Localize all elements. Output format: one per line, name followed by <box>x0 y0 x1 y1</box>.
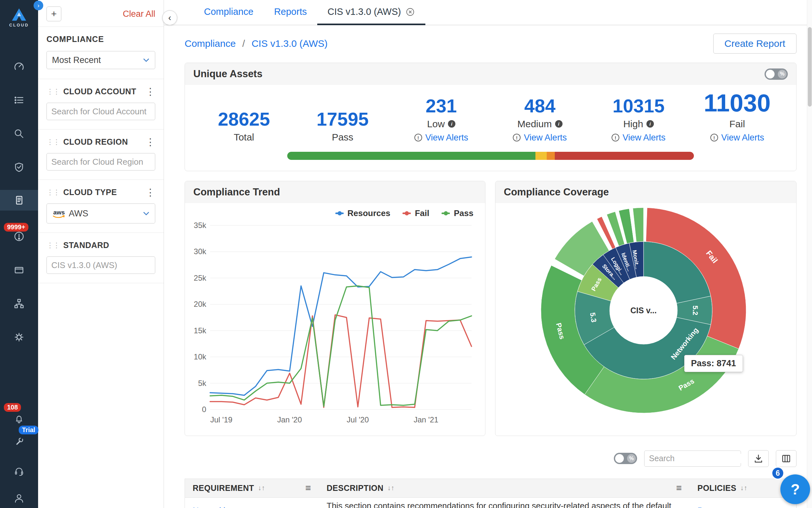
svg-text:5.2: 5.2 <box>691 305 699 315</box>
bell-icon <box>13 413 25 424</box>
stat-medium: 484Mediumi!View Alerts <box>490 90 589 143</box>
drag-handle-icon[interactable]: ⋮⋮ <box>46 188 59 197</box>
breadcrumb-compliance-link[interactable]: Compliance <box>185 38 236 49</box>
cloud-type-value: AWS <box>69 209 88 219</box>
sidebar-item-policies[interactable] <box>0 162 38 173</box>
toggle-knob <box>766 70 774 79</box>
tab-bar: Compliance Reports CIS v1.3.0 (AWS) <box>164 0 807 25</box>
table-search-input[interactable] <box>649 454 753 463</box>
bar-segment-fail <box>555 152 694 160</box>
sort-select-value: Most Recent <box>52 55 101 65</box>
stat-value: 17595 <box>317 110 369 129</box>
sidebar-item-network[interactable] <box>0 298 38 309</box>
bar-segment-low <box>535 152 547 160</box>
kebab-menu-icon[interactable]: ⋮ <box>146 189 155 196</box>
cloud-account-search-input[interactable] <box>51 107 159 117</box>
sidebar-item-compute[interactable] <box>0 264 38 276</box>
svg-text:aws: aws <box>53 209 65 216</box>
legend-item-fail[interactable]: Fail <box>402 208 429 218</box>
sidebar-item-settings[interactable] <box>0 331 38 343</box>
drag-handle-icon[interactable]: ⋮⋮ <box>46 138 59 146</box>
view-alerts-link[interactable]: View Alerts <box>425 133 468 143</box>
filter-panel: + Clear All COMPLIANCE Most Recent ⋮⋮ CL… <box>38 0 164 508</box>
sort-select[interactable]: Most Recent <box>46 51 155 69</box>
table-percent-toggle[interactable]: % <box>614 453 637 464</box>
view-alerts-link[interactable]: View Alerts <box>623 133 666 143</box>
trend-chart-svg[interactable]: 05k10k15k20k25k30k35kJul '19Jan '20Jul '… <box>189 220 480 426</box>
clear-all-filters-link[interactable]: Clear All <box>123 9 155 19</box>
sort-icon[interactable]: ↓↑ <box>741 484 748 492</box>
unique-assets-card: Unique Assets % 28625Total17595Pass231Lo… <box>185 62 797 171</box>
chevron-down-icon <box>143 211 150 216</box>
download-button[interactable] <box>748 450 769 467</box>
stat-pass: 17595Pass <box>293 90 392 143</box>
sidebar-item-tools[interactable] <box>0 436 38 447</box>
column-requirement[interactable]: REQUIREMENT ↓↑ ≡ <box>185 479 319 497</box>
sidebar-item-investigate[interactable] <box>0 128 38 139</box>
alert-circle-icon <box>13 230 25 242</box>
stat-label: Pass <box>332 132 353 143</box>
panel-collapse-button[interactable]: ‹ <box>162 10 177 25</box>
standard-search-input[interactable] <box>51 260 159 270</box>
kebab-menu-icon[interactable]: ⋮ <box>146 88 155 95</box>
cloud-type-select[interactable]: aws AWS <box>46 204 155 223</box>
sunburst-tooltip: Pass: 8741 <box>684 355 743 372</box>
help-button[interactable]: ? <box>780 474 810 504</box>
violations-badge: 9999+ <box>4 223 29 231</box>
help-count-badge: 6 <box>771 467 784 479</box>
stat-label: Total <box>234 132 254 143</box>
cloud-region-search-input[interactable] <box>51 157 159 167</box>
info-icon[interactable]: i <box>555 120 563 128</box>
sidebar-item-inventory[interactable] <box>0 94 38 106</box>
tab-compliance[interactable]: Compliance <box>194 0 264 25</box>
info-icon[interactable]: i <box>448 120 456 128</box>
column-description[interactable]: DESCRIPTION ↓↑ ≡ <box>319 479 690 497</box>
requirement-link[interactable]: Networking <box>193 506 235 508</box>
panel-expand-icon[interactable]: › <box>34 1 43 10</box>
breadcrumb-current[interactable]: CIS v1.3.0 (AWS) <box>251 38 328 49</box>
notifications-badge: 108 <box>4 403 21 412</box>
tab-reports[interactable]: Reports <box>264 0 317 25</box>
stat-low: 231Lowi!View Alerts <box>392 90 490 143</box>
stat-fail: 11030Fail!View Alerts <box>688 90 786 143</box>
legend-item-resources[interactable]: Resources <box>335 208 390 218</box>
page-scrollbar[interactable] <box>807 0 812 508</box>
sidebar-item-support[interactable] <box>0 466 38 477</box>
add-filter-button[interactable]: + <box>46 6 61 21</box>
close-tab-icon[interactable] <box>405 7 415 17</box>
view-alerts-link[interactable]: View Alerts <box>524 133 567 143</box>
sidebar-logo[interactable]: CLOUD <box>0 8 38 28</box>
sidebar-item-compliance-active[interactable] <box>0 190 38 211</box>
column-menu-icon[interactable]: ≡ <box>676 482 682 494</box>
report-icon <box>13 195 25 206</box>
policies-count-link[interactable]: 5 <box>698 506 702 508</box>
drag-handle-icon[interactable]: ⋮⋮ <box>46 241 59 250</box>
column-menu-icon[interactable]: ≡ <box>305 482 311 494</box>
chevron-down-icon <box>143 58 150 62</box>
info-icon[interactable]: i <box>647 120 654 128</box>
tab-cis-v130-aws[interactable]: CIS v1.3.0 (AWS) <box>317 0 426 25</box>
sort-icon[interactable]: ↓↑ <box>258 484 265 492</box>
sort-icon[interactable]: ↓↑ <box>387 484 394 492</box>
sidebar-item-dashboard[interactable] <box>0 61 38 72</box>
scrollbar-thumb[interactable] <box>808 27 812 107</box>
view-alerts-link[interactable]: View Alerts <box>721 133 764 143</box>
requirement-description: This section contains recommendations fo… <box>319 498 690 508</box>
create-report-button[interactable]: Create Report <box>713 34 797 54</box>
drag-handle-icon[interactable]: ⋮⋮ <box>46 87 59 96</box>
sidebar-item-alerts[interactable] <box>0 230 38 242</box>
legend-item-pass[interactable]: Pass <box>441 208 473 218</box>
percent-icon: % <box>778 70 786 79</box>
kebab-menu-icon[interactable]: ⋮ <box>146 139 155 145</box>
coverage-sunburst-svg[interactable]: CIS v...5.2Networking5.3PassStora...Logg… <box>495 203 792 418</box>
toggle-knob <box>615 454 624 463</box>
sidebar-item-notifications[interactable] <box>0 413 38 424</box>
divider <box>38 283 163 283</box>
stat-high: 10315Highi!View Alerts <box>589 90 688 143</box>
table-columns-icon <box>781 454 791 463</box>
unique-assets-percent-toggle[interactable]: % <box>765 69 788 80</box>
sidebar-item-profile[interactable] <box>0 493 38 504</box>
filter-group-standard: ⋮⋮ STANDARD <box>46 233 155 283</box>
unique-assets-stats: 28625Total17595Pass231Lowi!View Alerts48… <box>185 85 796 143</box>
column-settings-button[interactable] <box>776 450 797 467</box>
